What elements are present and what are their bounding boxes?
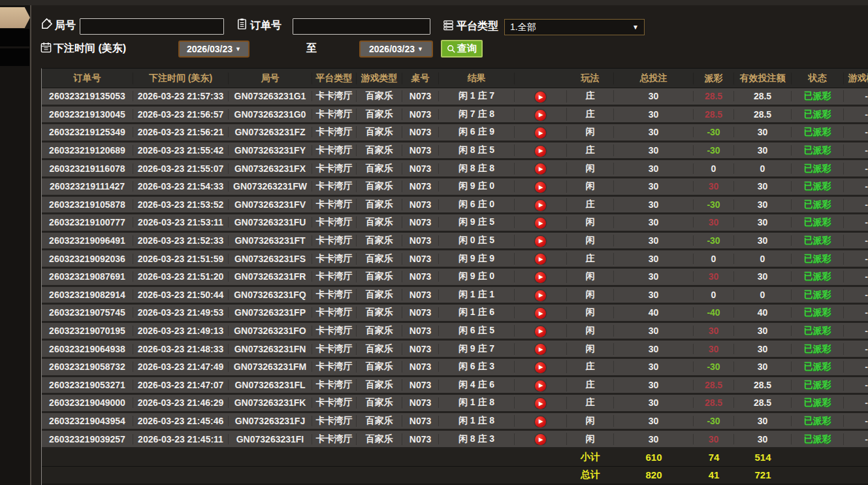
cell-result: 闲 8 庄 5 [439,144,515,156]
cell-valid-bet: 30 [734,145,792,156]
cell-table-no: N073 [402,416,439,426]
table-row: 260323219058732 2026-03-23 21:47:49 GN07… [42,359,868,377]
cell-wanfa: 闲 [567,325,614,337]
play-icon[interactable]: ▶ [535,110,546,121]
subtotal-row: 小计 610 74 514 [42,449,868,467]
cell-game-info: - [844,307,868,318]
cell-bet-time: 2026-03-23 21:57:33 [133,91,229,101]
calendar-icon [40,41,52,54]
round-input[interactable] [80,18,224,35]
cell-payout: -40 [694,307,734,318]
play-icon[interactable]: ▶ [535,127,546,139]
play-icon[interactable]: ▶ [535,434,546,445]
header-total-bet: 总投注 [614,73,694,84]
cell-total-bet: 30 [614,416,694,426]
cell-game: 百家乐 [357,126,402,138]
order-label: 订单号 [250,19,281,33]
play-icon[interactable]: ▶ [535,398,546,409]
cell-result: 闲 0 庄 5 [439,235,515,246]
play-icon[interactable]: ▶ [535,362,546,373]
cell-status: 已派彩 [792,397,844,409]
play-icon[interactable]: ▶ [535,272,546,283]
cell-total-bet: 30 [614,326,694,336]
cell-platform: 卡卡湾厅 [312,216,357,228]
cell-game: 百家乐 [357,163,402,175]
cell-game-info: - [844,434,868,444]
cell-game-info: - [844,235,868,246]
table-row: 260323219053271 2026-03-23 21:47:07 GN07… [42,377,868,395]
table-row: 260323219043954 2026-03-23 21:45:46 GN07… [42,413,868,431]
play-icon[interactable]: ▶ [535,163,546,175]
cell-valid-bet: 28.5 [734,397,792,408]
chevron-down-icon: ▼ [417,46,423,52]
sidebar-item-1[interactable] [0,29,29,46]
cell-valid-bet: 30 [734,434,792,444]
platform-select[interactable]: 1.全部 ▼ [504,19,645,35]
cell-replay: ▶ [515,378,567,392]
play-icon[interactable]: ▶ [535,236,546,247]
play-icon[interactable]: ▶ [535,308,546,319]
cell-order: 260323219075745 [42,307,133,318]
cell-total-bet: 30 [614,380,694,390]
cell-result: 闲 1 庄 1 [439,289,515,301]
cell-platform: 卡卡湾厅 [312,379,357,391]
table-row: 260323219125349 2026-03-23 21:56:21 GN07… [42,124,868,142]
cell-total-bet: 30 [614,290,694,300]
tag-icon [41,18,54,30]
chevron-down-icon: ▼ [632,24,639,31]
play-icon[interactable]: ▶ [535,416,546,427]
cell-game: 百家乐 [357,361,402,373]
play-icon[interactable]: ▶ [535,326,546,337]
cell-bet-time: 2026-03-23 21:46:29 [133,397,229,408]
cell-table-no: N073 [402,290,439,300]
subtotal-valid: 514 [734,452,792,463]
sidebar-item-2[interactable] [0,48,29,66]
cell-order: 260323219125349 [42,127,133,137]
cell-table-no: N073 [402,235,439,246]
play-icon[interactable]: ▶ [535,146,546,157]
cell-total-bet: 30 [614,181,694,192]
play-icon[interactable]: ▶ [535,290,546,301]
cell-game-info: - [844,109,868,120]
sidebar-ribbon-arrow[interactable] [0,7,30,28]
cell-valid-bet: 28.5 [734,109,792,120]
cell-game: 百家乐 [357,253,402,265]
query-button[interactable]: 查询 [441,40,483,58]
cell-payout: 0 [694,254,734,264]
cell-bet-time: 2026-03-23 21:45:46 [133,416,229,426]
cell-table-no: N073 [402,307,439,318]
cell-table-no: N073 [402,254,439,264]
date-from-picker[interactable]: 2026/03/23 ▼ [178,41,249,58]
chevron-down-icon: ▼ [235,46,241,52]
subtotal-label: 小计 [567,451,614,463]
cell-platform: 卡卡湾厅 [312,199,357,210]
date-to-picker[interactable]: 2026/03/23 ▼ [359,41,433,58]
cell-valid-bet: 30 [734,235,792,246]
cell-replay: ▶ [515,180,567,193]
table-row: 260323219130045 2026-03-23 21:56:57 GN07… [42,107,868,125]
table-row: 260323219087691 2026-03-23 21:51:20 GN07… [42,269,868,287]
cell-table-no: N073 [402,109,439,120]
play-icon[interactable]: ▶ [535,254,546,265]
cell-table-no: N073 [402,397,439,408]
order-input[interactable] [293,18,430,35]
play-icon[interactable]: ▶ [535,344,546,355]
cell-game: 百家乐 [357,415,402,427]
play-icon[interactable]: ▶ [535,200,546,211]
cell-order: 260323219105878 [42,199,133,210]
cell-replay: ▶ [515,270,567,283]
cell-game: 百家乐 [357,109,402,120]
cell-table-no: N073 [402,434,439,444]
cell-valid-bet: 30 [734,217,792,227]
cell-status: 已派彩 [792,90,844,102]
cell-order: 260323219100777 [42,217,133,227]
play-icon[interactable]: ▶ [535,182,546,193]
cell-game-info: - [844,344,868,354]
play-icon[interactable]: ▶ [535,218,546,229]
cell-payout: -30 [694,127,734,137]
cell-game-info: - [844,416,868,426]
play-icon[interactable]: ▶ [535,92,546,103]
cell-game-info: - [844,181,868,192]
cell-bet-time: 2026-03-23 21:56:21 [133,127,229,137]
play-icon[interactable]: ▶ [535,380,546,392]
